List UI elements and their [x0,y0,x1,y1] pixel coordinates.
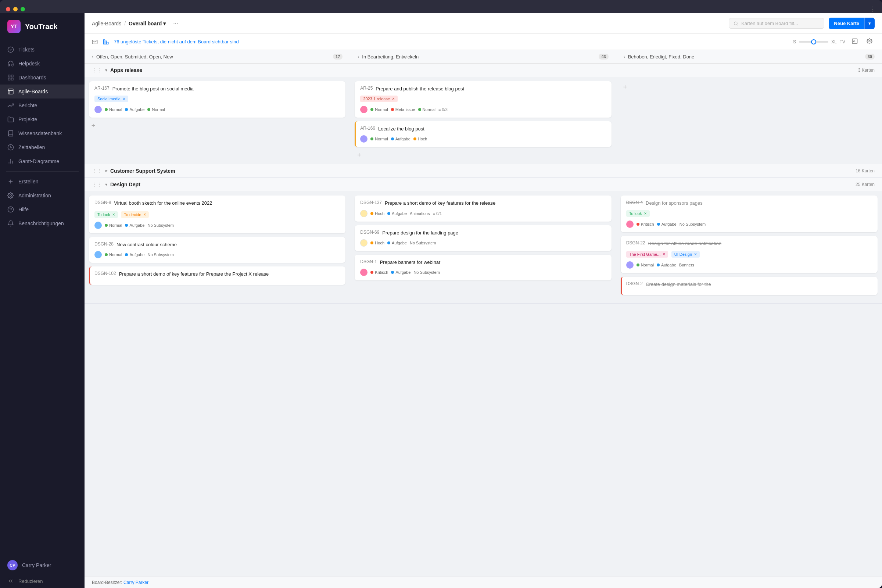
meta-sub: No Subsystem [410,241,436,245]
dot-icon [125,224,128,227]
board-selector-arrow: ▾ [163,21,166,27]
sidebar-item-reduce[interactable]: Reduzieren [0,574,84,588]
card-meta: Kritisch Aufgabe No Subsystem [636,222,706,226]
search-input[interactable] [741,21,819,26]
card-avatar [360,106,368,113]
card-title: Prepare banners for webinar [380,259,441,266]
dot-icon [370,108,374,111]
close-button[interactable] [6,7,10,11]
sidebar-item-hilfe[interactable]: Hilfe [0,202,84,216]
card-DSGN-137[interactable]: DSGN-137 Prepare a short demo of key fea… [355,195,611,221]
breadcrumb-separator: / [124,21,126,27]
card-id: DSGN-8 [94,200,111,205]
swimlane-toggle[interactable]: ▾ [105,68,107,73]
meta-priority: Normal [370,137,388,141]
board-settings-button[interactable] [864,37,874,46]
card-DSGN-8[interactable]: DSGN-8 Virtual booth sketch for the onli… [89,195,345,233]
sidebar-item-agile[interactable]: Agile-Boards [0,84,84,99]
chart-view-button[interactable] [850,37,860,46]
swimlane-content: DSGN-8 Virtual booth sketch for the onli… [84,191,882,303]
swimlane-customer-support-header[interactable]: ⋮⋮ ▾ Customer Support System 16 Karten [84,164,882,177]
card-DSGN-69[interactable]: DSGN-69 Prepare design for the landing p… [355,225,611,251]
user-profile[interactable]: CP Carry Parker [0,556,84,574]
sidebar-item-tickets[interactable]: Tickets [0,43,84,57]
window-menu-icon[interactable]: ⋮ [870,5,876,13]
card-meta: Normal Aufgabe Hoch [370,137,427,141]
banner-text[interactable]: 76 ungelöste Tickets, die nicht auf dem … [114,39,239,45]
tag-remove-icon[interactable]: × [112,212,115,217]
more-options-button[interactable]: ··· [170,19,181,28]
minimize-button[interactable] [13,7,18,11]
card-DSGN-1[interactable]: DSGN-1 Prepare banners for webinar Kriti… [355,255,611,280]
folder-icon [8,116,14,123]
add-card-button[interactable]: + [355,151,363,159]
dot-icon [105,108,108,111]
tag-remove-icon[interactable]: × [123,96,125,101]
tag-remove-icon[interactable]: × [644,211,647,216]
swimlane-apps-release-header[interactable]: ⋮⋮ ▾ Apps release 3 Karten [84,64,882,77]
tag-2023-release: 2023.1 release × [360,96,398,102]
sidebar-item-administration[interactable]: Administration [0,189,84,202]
card-DSGN-4[interactable]: DSGN-4 Design for sponsors pages To look… [621,195,878,232]
sidebar-item-dashboards[interactable]: Dashboards [0,70,84,84]
card-avatar [626,220,634,228]
card-title-row: AR-167 Promote the blog post on social m… [94,86,341,92]
sidebar-item-notifications[interactable]: Benachrichtigungen [0,216,84,230]
card-AR-166[interactable]: AR-166 Localize the blog post Normal Auf… [355,121,611,147]
swimlane-content: AR-167 Promote the blog post on social m… [84,77,882,164]
size-tv-label: TV [840,39,845,45]
board-selector[interactable]: Overall board ▾ [129,21,166,27]
sidebar-item-berichte[interactable]: Berichte [0,99,84,112]
tag-remove-icon[interactable]: × [143,212,146,217]
card-meta: Hoch Aufgabe Animations ≡ 0/1 [370,212,442,216]
card-avatar [360,268,368,276]
dot-icon [391,138,394,140]
sidebar-item-erstellen[interactable]: Erstellen [0,175,84,189]
sidebar-item-projekte[interactable]: Projekte [0,112,84,126]
new-card-dropdown-button[interactable]: ▾ [864,18,874,29]
card-DSGN-102[interactable]: DSGN-102 Prepare a short demo of key fea… [89,266,345,285]
drag-handle[interactable]: ⋮⋮ [92,182,102,188]
swimlane-design-dept-header[interactable]: ⋮⋮ ▾ Design Dept 25 Karten [84,178,882,191]
swimlane-toggle-collapsed[interactable]: ▾ [104,170,109,172]
sidebar-item-label: Projekte [18,117,37,122]
swimlane-apps-release: ⋮⋮ ▾ Apps release 3 Karten AR-167 [84,64,882,164]
meta-type: Aufgabe [391,137,411,141]
card-DSGN-28[interactable]: DSGN-28 New contrast colour scheme Norma… [89,237,345,263]
tag-remove-icon[interactable]: × [392,96,395,101]
card-AR-167[interactable]: AR-167 Promote the blog post on social m… [89,81,345,118]
card-footer: Kritisch Aufgabe No Subsystem [626,220,873,228]
add-card-button[interactable]: + [89,121,98,130]
new-card-button[interactable]: Neue Karte [829,18,864,29]
tag-remove-icon[interactable]: × [694,252,697,257]
maximize-button[interactable] [21,7,25,11]
drag-handle[interactable]: ⋮⋮ [92,67,102,73]
footer-owner-link[interactable]: Carry Parker [123,580,148,585]
dot-icon [418,108,421,111]
meta-priority: Hoch [370,212,384,216]
card-title-row: DSGN-28 New contrast colour scheme [94,242,341,248]
breadcrumb-root[interactable]: Agile-Boards [92,21,121,27]
sidebar-item-wissen[interactable]: Wissensdatenbank [0,126,84,140]
card-avatar [94,251,102,258]
meta-priority: Normal [105,223,122,228]
book-icon [8,130,14,137]
card-AR-25[interactable]: AR-25 Prepare and publish the release bl… [355,81,611,118]
sidebar-item-helpdesk[interactable]: Helpdesk [0,57,84,70]
swimlane-col-2: DSGN-137 Prepare a short demo of key fea… [350,191,616,303]
sidebar-item-gantt[interactable]: Gantt-Diagramme [0,154,84,168]
card-DSGN-22[interactable]: DSGN-22 Design for offline mode notifica… [621,236,878,273]
sidebar-item-zeittabellen[interactable]: Zeittabellen [0,140,84,154]
sidebar-item-label: Hilfe [18,207,28,212]
card-DSGN-2[interactable]: DSGN-2 Create design materials for the [621,277,878,295]
add-card-button[interactable]: + [621,82,630,92]
tag-remove-icon[interactable]: × [663,252,665,257]
swimlane-toggle[interactable]: ▾ [105,182,107,187]
dot-icon [370,242,374,244]
card-title-row: DSGN-2 Create design materials for the [626,281,873,288]
drag-handle[interactable]: ⋮⋮ [92,168,102,174]
meta-priority: Hoch [370,241,384,245]
size-slider[interactable] [799,41,828,43]
meta-type: Aufgabe [391,270,411,274]
search-icon [734,21,738,26]
